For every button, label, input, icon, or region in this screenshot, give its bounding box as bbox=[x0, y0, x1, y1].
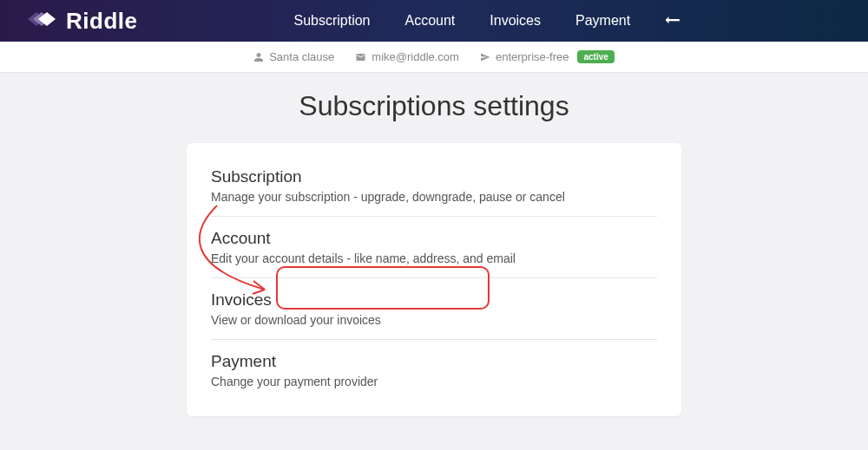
plan-icon bbox=[480, 52, 490, 62]
setting-desc: Change your payment provider bbox=[211, 375, 657, 388]
settings-card: Subscription Manage your subscription - … bbox=[187, 143, 681, 416]
user-email-item: mike@riddle.com bbox=[355, 50, 459, 63]
logo[interactable]: Riddle bbox=[26, 8, 137, 35]
setting-title: Invoices bbox=[211, 290, 657, 310]
logo-icon bbox=[26, 9, 57, 33]
user-plan-item: enterprise-free active bbox=[480, 50, 615, 63]
user-email: mike@riddle.com bbox=[372, 50, 459, 63]
navbar: Riddle Subscription Account Invoices Pay… bbox=[0, 0, 868, 42]
brand-name: Riddle bbox=[66, 8, 137, 35]
nav-links: Subscription Account Invoices Payment bbox=[293, 13, 630, 29]
nav-subscription[interactable]: Subscription bbox=[293, 13, 370, 29]
setting-subscription[interactable]: Subscription Manage your subscription - … bbox=[211, 164, 657, 217]
setting-desc: Edit your account details - like name, a… bbox=[211, 251, 657, 265]
user-name-item: Santa clause bbox=[253, 50, 334, 63]
setting-title: Payment bbox=[211, 352, 657, 371]
setting-payment[interactable]: Payment Change your payment provider bbox=[211, 340, 657, 392]
user-icon bbox=[253, 52, 264, 62]
nav-payment[interactable]: Payment bbox=[575, 13, 630, 29]
setting-title: Account bbox=[211, 229, 657, 248]
setting-title: Subscription bbox=[211, 167, 657, 186]
back-arrow-icon[interactable]: 🠔 bbox=[665, 12, 681, 30]
nav-account[interactable]: Account bbox=[405, 13, 456, 29]
page-title: Subscriptions settings bbox=[0, 90, 868, 122]
user-bar: Santa clause mike@riddle.com enterprise-… bbox=[0, 42, 868, 73]
setting-desc: View or download your invoices bbox=[211, 313, 657, 327]
setting-invoices[interactable]: Invoices View or download your invoices bbox=[211, 278, 657, 340]
nav-invoices[interactable]: Invoices bbox=[490, 13, 541, 29]
setting-account[interactable]: Account Edit your account details - like… bbox=[211, 217, 657, 278]
status-badge: active bbox=[577, 50, 614, 63]
email-icon bbox=[355, 52, 366, 62]
user-name: Santa clause bbox=[269, 50, 334, 63]
setting-desc: Manage your subscription - upgrade, down… bbox=[211, 190, 657, 204]
user-plan: enterprise-free bbox=[496, 50, 569, 63]
